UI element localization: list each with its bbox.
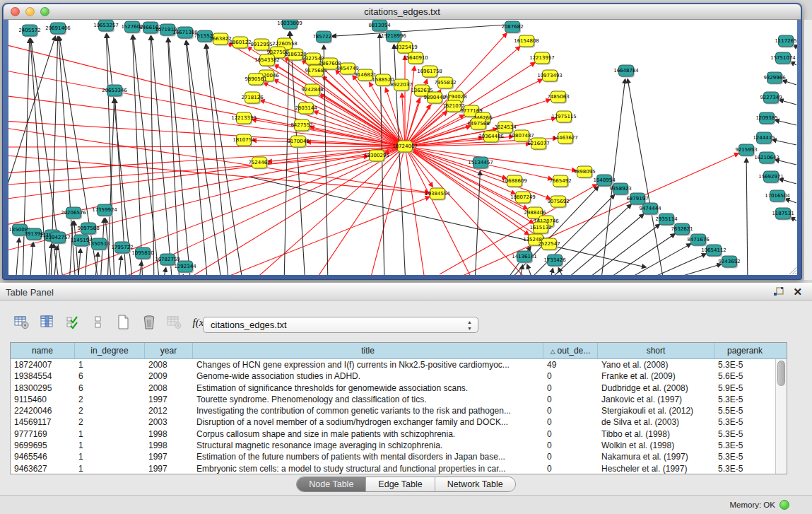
table-cell[interactable]: 9777169 (11, 428, 75, 440)
network-node[interactable]: 7857224 (312, 31, 335, 44)
tab-network-table[interactable]: Network Table (435, 477, 515, 491)
table-cell[interactable]: 14569117 (11, 416, 75, 428)
network-edge[interactable] (775, 120, 796, 125)
table-cell[interactable]: 2 (75, 416, 145, 428)
network-node[interactable]: 16210643 (754, 152, 779, 165)
table-cell[interactable]: 0 (543, 405, 598, 416)
network-edge[interactable] (168, 38, 191, 275)
network-edge[interactable] (132, 35, 143, 275)
table-cell[interactable]: 1 (75, 428, 145, 440)
table-cell[interactable]: 5.6E-5 (714, 370, 775, 382)
network-edge[interactable] (8, 94, 405, 146)
table-cell[interactable]: 1998 (145, 428, 193, 440)
network-edge[interactable] (163, 268, 166, 275)
table-cell[interactable]: 5.3E-5 (714, 416, 775, 428)
network-edge[interactable] (653, 264, 722, 275)
table-cell[interactable]: 49 (543, 359, 598, 370)
table-cell[interactable]: 1997 (145, 451, 193, 462)
table-cell[interactable]: 1 (75, 440, 145, 451)
network-node[interactable]: 10653257 (93, 20, 119, 33)
network-node[interactable]: 1733426 (543, 255, 566, 267)
network-node[interactable]: 15640910 (403, 52, 428, 65)
network-node[interactable]: 1795722 (111, 242, 133, 255)
network-edge[interactable] (779, 179, 796, 184)
network-node[interactable]: 2087682 (501, 21, 523, 34)
column-header-in_degree[interactable]: in_degree (75, 343, 145, 358)
table-cell[interactable]: 1 (75, 463, 145, 474)
column-header-name[interactable]: name (11, 343, 75, 358)
network-edge[interactable] (618, 244, 691, 275)
network-node[interactable]: 9898095 (573, 166, 595, 179)
network-edge[interactable] (405, 146, 576, 170)
network-edge[interactable] (332, 24, 517, 36)
column-header-out_de[interactable]: △out_de... (543, 343, 598, 358)
table-row[interactable]: 1830029562008Estimation of significance … (11, 382, 775, 394)
table-cell[interactable]: 0 (543, 428, 598, 440)
table-cell[interactable]: Tourette syndrome. Phenomenology and cla… (193, 394, 543, 405)
network-node[interactable]: 7665492 (549, 175, 571, 188)
network-edge[interactable] (405, 66, 415, 146)
network-node[interactable]: 7955812 (434, 77, 456, 90)
network-view-window[interactable]: citations_edges.txt 24055722069140610653… (2, 3, 802, 280)
table-row[interactable]: 977716911998Corpus callosum shape and si… (11, 428, 775, 440)
network-node[interactable]: 17359924 (92, 204, 117, 217)
network-node[interactable]: 19218996 (381, 30, 406, 43)
table-cell[interactable]: 9115460 (11, 394, 75, 405)
table-cell[interactable]: 0 (543, 382, 598, 394)
network-node[interactable]: 1095810 (131, 247, 153, 260)
network-edge[interactable] (8, 120, 405, 146)
table-row[interactable]: 2242004622012Investigating the contribut… (11, 405, 775, 416)
network-node[interactable]: 1117265 (775, 35, 796, 48)
network-node[interactable]: 9227349 (760, 92, 782, 105)
new-column-icon[interactable] (114, 314, 133, 331)
network-node[interactable]: 1810754 (233, 134, 255, 147)
table-cell[interactable]: Wolkin et al. (1998) (598, 440, 714, 451)
table-cell[interactable]: 9463627 (11, 463, 75, 474)
network-node[interactable]: 20206576 (61, 207, 86, 220)
column-header-title[interactable]: title (193, 343, 543, 358)
network-node[interactable]: 12975115 (551, 111, 577, 124)
table-cell[interactable]: 6 (75, 370, 145, 382)
table-cell[interactable]: 2003 (145, 416, 193, 428)
table-cell[interactable]: 18724007 (11, 359, 75, 370)
show-columns-icon[interactable] (38, 314, 57, 331)
network-edge[interactable] (549, 269, 553, 275)
network-edge[interactable] (785, 199, 796, 203)
network-edge[interactable] (8, 146, 405, 147)
table-cell[interactable]: 2008 (145, 359, 193, 370)
table-cell[interactable]: 0 (543, 370, 598, 382)
network-edge[interactable] (8, 154, 429, 193)
network-edge[interactable] (782, 81, 796, 85)
table-cell[interactable]: 5.5E-5 (714, 405, 775, 416)
table-cell[interactable]: Corpus callosum shape and size in male p… (193, 428, 543, 440)
table-row[interactable]: 969969511998Structural magnetic resonanc… (11, 440, 775, 451)
table-cell[interactable]: 0 (543, 463, 598, 474)
table-cell[interactable]: Investigating the contribution of common… (193, 405, 543, 416)
network-node[interactable]: 9243652 (718, 256, 740, 269)
table-cell[interactable]: 5.3E-5 (714, 394, 775, 405)
table-cell[interactable]: Dudbridge et al. (2008) (598, 382, 714, 394)
network-node[interactable]: 14136141 (512, 251, 537, 264)
network-node[interactable]: 14463627 (553, 132, 578, 145)
network-node[interactable]: 19384554 (425, 188, 450, 201)
network-node[interactable]: 20691406 (45, 23, 71, 35)
network-node[interactable]: 10973493 (537, 70, 563, 83)
table-cell[interactable]: 5.3E-5 (714, 428, 775, 440)
network-node[interactable]: 10654112 (701, 245, 726, 257)
table-cell[interactable]: 1 (75, 451, 145, 462)
network-node[interactable]: 17016504 (765, 190, 790, 203)
table-settings-icon[interactable] (13, 314, 31, 331)
table-cell[interactable]: Jankovic et al. (1997) (598, 394, 714, 405)
table-cell[interactable]: 5.3E-5 (714, 440, 775, 451)
table-cell[interactable]: 19384554 (11, 370, 75, 382)
column-header-pagerank[interactable]: pagerank (714, 343, 775, 358)
table-cell[interactable]: 1997 (145, 394, 193, 405)
table-cell[interactable]: Yano et al. (2008) (598, 359, 714, 370)
table-cell[interactable]: Hescheler et al. (1997) (598, 463, 714, 474)
table-cell[interactable]: 9465546 (11, 451, 75, 462)
table-row[interactable]: 1456911722003Disruption of a novel membe… (11, 416, 775, 428)
table-row[interactable]: 946554611997Estimation of the future num… (11, 451, 775, 462)
table-cell[interactable]: Genome-wide association studies in ADHD. (193, 370, 543, 382)
network-node[interactable]: 9075692 (547, 196, 569, 209)
table-cell[interactable]: de Silva et al. (2003) (598, 416, 714, 428)
